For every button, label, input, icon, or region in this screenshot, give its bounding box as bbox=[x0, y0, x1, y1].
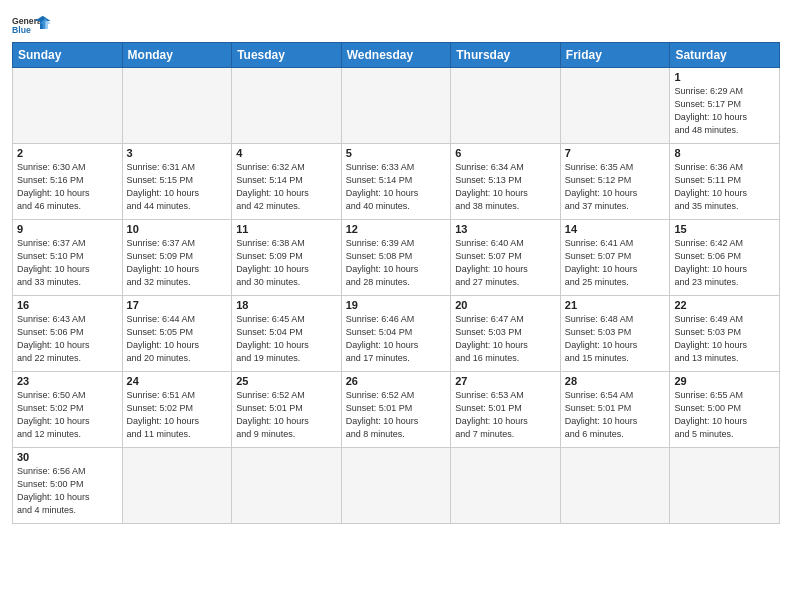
day-info: Sunrise: 6:40 AM Sunset: 5:07 PM Dayligh… bbox=[455, 237, 556, 289]
day-number: 10 bbox=[127, 223, 228, 235]
calendar-cell: 2Sunrise: 6:30 AM Sunset: 5:16 PM Daylig… bbox=[13, 144, 123, 220]
day-info: Sunrise: 6:50 AM Sunset: 5:02 PM Dayligh… bbox=[17, 389, 118, 441]
logo-area: General Blue bbox=[12, 10, 52, 36]
calendar-cell: 14Sunrise: 6:41 AM Sunset: 5:07 PM Dayli… bbox=[560, 220, 670, 296]
weekday-header-friday: Friday bbox=[560, 43, 670, 68]
calendar-cell: 21Sunrise: 6:48 AM Sunset: 5:03 PM Dayli… bbox=[560, 296, 670, 372]
day-number: 24 bbox=[127, 375, 228, 387]
calendar-cell: 17Sunrise: 6:44 AM Sunset: 5:05 PM Dayli… bbox=[122, 296, 232, 372]
calendar-cell: 25Sunrise: 6:52 AM Sunset: 5:01 PM Dayli… bbox=[232, 372, 342, 448]
calendar-cell: 3Sunrise: 6:31 AM Sunset: 5:15 PM Daylig… bbox=[122, 144, 232, 220]
day-info: Sunrise: 6:32 AM Sunset: 5:14 PM Dayligh… bbox=[236, 161, 337, 213]
week-row-5: 30Sunrise: 6:56 AM Sunset: 5:00 PM Dayli… bbox=[13, 448, 780, 524]
day-info: Sunrise: 6:34 AM Sunset: 5:13 PM Dayligh… bbox=[455, 161, 556, 213]
day-info: Sunrise: 6:47 AM Sunset: 5:03 PM Dayligh… bbox=[455, 313, 556, 365]
day-number: 16 bbox=[17, 299, 118, 311]
day-number: 8 bbox=[674, 147, 775, 159]
day-number: 14 bbox=[565, 223, 666, 235]
calendar-cell bbox=[560, 68, 670, 144]
calendar-cell: 30Sunrise: 6:56 AM Sunset: 5:00 PM Dayli… bbox=[13, 448, 123, 524]
calendar-cell bbox=[560, 448, 670, 524]
calendar-cell: 5Sunrise: 6:33 AM Sunset: 5:14 PM Daylig… bbox=[341, 144, 451, 220]
day-info: Sunrise: 6:44 AM Sunset: 5:05 PM Dayligh… bbox=[127, 313, 228, 365]
day-number: 1 bbox=[674, 71, 775, 83]
weekday-header-saturday: Saturday bbox=[670, 43, 780, 68]
calendar-cell: 28Sunrise: 6:54 AM Sunset: 5:01 PM Dayli… bbox=[560, 372, 670, 448]
day-number: 11 bbox=[236, 223, 337, 235]
calendar-cell: 4Sunrise: 6:32 AM Sunset: 5:14 PM Daylig… bbox=[232, 144, 342, 220]
day-info: Sunrise: 6:29 AM Sunset: 5:17 PM Dayligh… bbox=[674, 85, 775, 137]
day-number: 19 bbox=[346, 299, 447, 311]
day-number: 9 bbox=[17, 223, 118, 235]
logo-icon: General Blue bbox=[12, 14, 52, 36]
day-number: 26 bbox=[346, 375, 447, 387]
calendar-cell bbox=[451, 68, 561, 144]
day-info: Sunrise: 6:46 AM Sunset: 5:04 PM Dayligh… bbox=[346, 313, 447, 365]
day-number: 13 bbox=[455, 223, 556, 235]
day-info: Sunrise: 6:43 AM Sunset: 5:06 PM Dayligh… bbox=[17, 313, 118, 365]
day-info: Sunrise: 6:39 AM Sunset: 5:08 PM Dayligh… bbox=[346, 237, 447, 289]
day-number: 30 bbox=[17, 451, 118, 463]
day-info: Sunrise: 6:37 AM Sunset: 5:10 PM Dayligh… bbox=[17, 237, 118, 289]
calendar-cell bbox=[451, 448, 561, 524]
day-number: 21 bbox=[565, 299, 666, 311]
calendar-cell: 7Sunrise: 6:35 AM Sunset: 5:12 PM Daylig… bbox=[560, 144, 670, 220]
day-info: Sunrise: 6:54 AM Sunset: 5:01 PM Dayligh… bbox=[565, 389, 666, 441]
day-info: Sunrise: 6:52 AM Sunset: 5:01 PM Dayligh… bbox=[236, 389, 337, 441]
day-number: 25 bbox=[236, 375, 337, 387]
weekday-header-thursday: Thursday bbox=[451, 43, 561, 68]
calendar-cell: 27Sunrise: 6:53 AM Sunset: 5:01 PM Dayli… bbox=[451, 372, 561, 448]
calendar-cell bbox=[341, 68, 451, 144]
week-row-3: 16Sunrise: 6:43 AM Sunset: 5:06 PM Dayli… bbox=[13, 296, 780, 372]
header: General Blue bbox=[12, 10, 780, 36]
weekday-header-monday: Monday bbox=[122, 43, 232, 68]
day-info: Sunrise: 6:41 AM Sunset: 5:07 PM Dayligh… bbox=[565, 237, 666, 289]
weekday-header-tuesday: Tuesday bbox=[232, 43, 342, 68]
week-row-4: 23Sunrise: 6:50 AM Sunset: 5:02 PM Dayli… bbox=[13, 372, 780, 448]
calendar-cell bbox=[341, 448, 451, 524]
day-number: 6 bbox=[455, 147, 556, 159]
calendar-cell: 23Sunrise: 6:50 AM Sunset: 5:02 PM Dayli… bbox=[13, 372, 123, 448]
calendar-cell: 8Sunrise: 6:36 AM Sunset: 5:11 PM Daylig… bbox=[670, 144, 780, 220]
calendar: SundayMondayTuesdayWednesdayThursdayFrid… bbox=[12, 42, 780, 524]
calendar-cell: 24Sunrise: 6:51 AM Sunset: 5:02 PM Dayli… bbox=[122, 372, 232, 448]
calendar-cell bbox=[232, 448, 342, 524]
day-number: 5 bbox=[346, 147, 447, 159]
calendar-cell: 13Sunrise: 6:40 AM Sunset: 5:07 PM Dayli… bbox=[451, 220, 561, 296]
day-number: 23 bbox=[17, 375, 118, 387]
weekday-header-wednesday: Wednesday bbox=[341, 43, 451, 68]
calendar-cell: 12Sunrise: 6:39 AM Sunset: 5:08 PM Dayli… bbox=[341, 220, 451, 296]
calendar-cell: 22Sunrise: 6:49 AM Sunset: 5:03 PM Dayli… bbox=[670, 296, 780, 372]
calendar-cell: 20Sunrise: 6:47 AM Sunset: 5:03 PM Dayli… bbox=[451, 296, 561, 372]
day-info: Sunrise: 6:31 AM Sunset: 5:15 PM Dayligh… bbox=[127, 161, 228, 213]
day-number: 17 bbox=[127, 299, 228, 311]
day-number: 27 bbox=[455, 375, 556, 387]
calendar-cell: 9Sunrise: 6:37 AM Sunset: 5:10 PM Daylig… bbox=[13, 220, 123, 296]
calendar-cell: 11Sunrise: 6:38 AM Sunset: 5:09 PM Dayli… bbox=[232, 220, 342, 296]
week-row-0: 1Sunrise: 6:29 AM Sunset: 5:17 PM Daylig… bbox=[13, 68, 780, 144]
day-info: Sunrise: 6:49 AM Sunset: 5:03 PM Dayligh… bbox=[674, 313, 775, 365]
day-number: 22 bbox=[674, 299, 775, 311]
day-info: Sunrise: 6:36 AM Sunset: 5:11 PM Dayligh… bbox=[674, 161, 775, 213]
calendar-cell: 15Sunrise: 6:42 AM Sunset: 5:06 PM Dayli… bbox=[670, 220, 780, 296]
day-info: Sunrise: 6:37 AM Sunset: 5:09 PM Dayligh… bbox=[127, 237, 228, 289]
day-info: Sunrise: 6:42 AM Sunset: 5:06 PM Dayligh… bbox=[674, 237, 775, 289]
calendar-cell bbox=[670, 448, 780, 524]
calendar-cell: 16Sunrise: 6:43 AM Sunset: 5:06 PM Dayli… bbox=[13, 296, 123, 372]
calendar-cell bbox=[232, 68, 342, 144]
day-number: 29 bbox=[674, 375, 775, 387]
svg-text:Blue: Blue bbox=[12, 25, 31, 35]
day-number: 2 bbox=[17, 147, 118, 159]
calendar-cell: 6Sunrise: 6:34 AM Sunset: 5:13 PM Daylig… bbox=[451, 144, 561, 220]
day-number: 20 bbox=[455, 299, 556, 311]
day-info: Sunrise: 6:35 AM Sunset: 5:12 PM Dayligh… bbox=[565, 161, 666, 213]
day-info: Sunrise: 6:30 AM Sunset: 5:16 PM Dayligh… bbox=[17, 161, 118, 213]
weekday-header-sunday: Sunday bbox=[13, 43, 123, 68]
calendar-cell bbox=[13, 68, 123, 144]
calendar-cell bbox=[122, 448, 232, 524]
calendar-cell: 29Sunrise: 6:55 AM Sunset: 5:00 PM Dayli… bbox=[670, 372, 780, 448]
day-number: 18 bbox=[236, 299, 337, 311]
day-info: Sunrise: 6:45 AM Sunset: 5:04 PM Dayligh… bbox=[236, 313, 337, 365]
calendar-cell: 18Sunrise: 6:45 AM Sunset: 5:04 PM Dayli… bbox=[232, 296, 342, 372]
day-info: Sunrise: 6:55 AM Sunset: 5:00 PM Dayligh… bbox=[674, 389, 775, 441]
